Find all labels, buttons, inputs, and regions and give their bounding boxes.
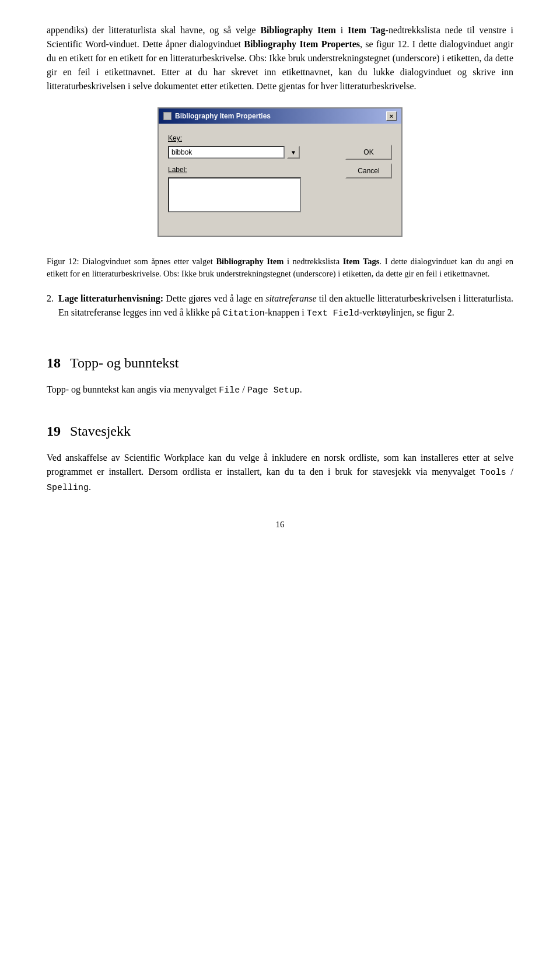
- dialog-title-text: Bibliography Item Properties: [175, 111, 271, 121]
- dialog-title-left: Bibliography Item Properties: [163, 111, 271, 121]
- dialog-window-icon: [163, 112, 172, 120]
- section-19-paragraph: Ved anskaffelse av Scientific Workplace …: [47, 451, 513, 495]
- section-19-title: Stavesjekk: [70, 421, 131, 442]
- section-19-number: 19: [47, 421, 61, 442]
- dialog-buttons: OK Cancel: [345, 133, 392, 212]
- bold-caption-bi: Bibliography Item: [216, 257, 284, 266]
- key-label: Key:: [168, 133, 341, 143]
- page-number: 16: [47, 518, 513, 531]
- cancel-button[interactable]: Cancel: [345, 163, 392, 178]
- dialog-container: Bibliography Item Properties × Key: ▼: [47, 107, 513, 237]
- item2-bold-label: Lage litteraturhenvisning:: [58, 293, 163, 303]
- figure-caption: Figur 12: Dialogvinduet som åpnes etter …: [47, 255, 513, 280]
- section19-mono-spelling: Spelling: [47, 483, 89, 493]
- section-18-title: Topp- og bunntekst: [70, 352, 178, 373]
- content-area: appendiks) der litteraturlista skal havn…: [47, 23, 513, 531]
- item2-italic: sitatreferanse: [265, 293, 316, 303]
- section19-mono-tools: Tools: [480, 468, 506, 478]
- section-19-heading: 19 Stavesjekk: [47, 421, 513, 442]
- key-field-group: Key: ▼: [168, 133, 341, 159]
- dialog-close-button[interactable]: ×: [386, 111, 397, 121]
- dialog-body: Key: ▼ Label: OK Cancel: [159, 124, 401, 236]
- bold-text-bibliography: Bibliography Item: [260, 25, 336, 35]
- dialog-titlebar: Bibliography Item Properties ×: [159, 108, 401, 124]
- bold-text-item-tag: Item Tag: [348, 25, 386, 35]
- key-dropdown-button[interactable]: ▼: [287, 146, 300, 159]
- bibliography-item-dialog: Bibliography Item Properties × Key: ▼: [158, 107, 402, 237]
- bold-caption-it: Item Tags: [343, 257, 380, 266]
- key-input[interactable]: [168, 146, 285, 159]
- label-textarea[interactable]: [168, 177, 301, 212]
- numbered-item-2: 2. Lage litteraturhenvisning: Dette gjør…: [47, 292, 513, 329]
- item2-mono-textfield: Text Field: [307, 309, 359, 318]
- item2-paragraph: Lage litteraturhenvisning: Dette gjøres …: [58, 292, 513, 321]
- section18-mono-pagesetup: Page Setup: [247, 386, 300, 395]
- label-field-group: Label:: [168, 164, 341, 212]
- bold-text-bip: Bibliography Item Propertes: [244, 39, 360, 49]
- dialog-fields: Key: ▼ Label:: [168, 133, 341, 212]
- section18-mono-file: File: [219, 386, 240, 395]
- key-input-row: ▼: [168, 146, 341, 159]
- item-number-2: 2.: [47, 292, 54, 329]
- intro-paragraph: appendiks) der litteraturlista skal havn…: [47, 23, 513, 93]
- section-18-paragraph: Topp- og bunntekst kan angis via menyval…: [47, 383, 513, 398]
- label-label: Label:: [168, 164, 341, 175]
- section-18-heading: 18 Topp- og bunntekst: [47, 352, 513, 373]
- item2-mono-citation: Citation: [223, 309, 265, 318]
- section-18-number: 18: [47, 352, 61, 373]
- ok-button[interactable]: OK: [345, 145, 392, 160]
